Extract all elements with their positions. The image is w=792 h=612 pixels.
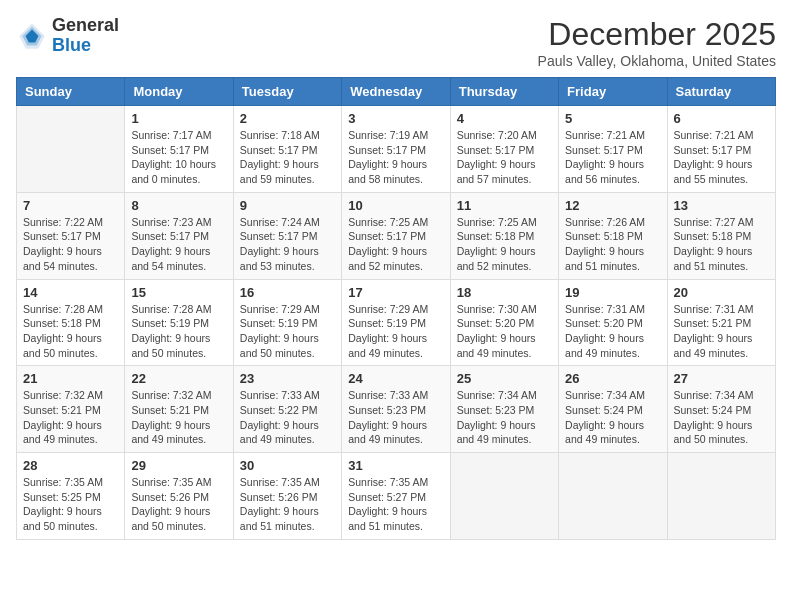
day-number: 8 <box>131 198 226 213</box>
calendar-cell: 25Sunrise: 7:34 AM Sunset: 5:23 PM Dayli… <box>450 366 558 453</box>
calendar-cell: 20Sunrise: 7:31 AM Sunset: 5:21 PM Dayli… <box>667 279 775 366</box>
calendar-cell: 15Sunrise: 7:28 AM Sunset: 5:19 PM Dayli… <box>125 279 233 366</box>
day-info: Sunrise: 7:24 AM Sunset: 5:17 PM Dayligh… <box>240 215 335 274</box>
day-info: Sunrise: 7:34 AM Sunset: 5:23 PM Dayligh… <box>457 388 552 447</box>
day-info: Sunrise: 7:19 AM Sunset: 5:17 PM Dayligh… <box>348 128 443 187</box>
weekday-header: Friday <box>559 78 667 106</box>
calendar-cell: 29Sunrise: 7:35 AM Sunset: 5:26 PM Dayli… <box>125 453 233 540</box>
logo-icon <box>16 20 48 52</box>
calendar-cell: 17Sunrise: 7:29 AM Sunset: 5:19 PM Dayli… <box>342 279 450 366</box>
day-info: Sunrise: 7:34 AM Sunset: 5:24 PM Dayligh… <box>565 388 660 447</box>
day-number: 15 <box>131 285 226 300</box>
day-number: 30 <box>240 458 335 473</box>
day-info: Sunrise: 7:20 AM Sunset: 5:17 PM Dayligh… <box>457 128 552 187</box>
calendar-cell: 14Sunrise: 7:28 AM Sunset: 5:18 PM Dayli… <box>17 279 125 366</box>
day-info: Sunrise: 7:31 AM Sunset: 5:20 PM Dayligh… <box>565 302 660 361</box>
calendar-cell <box>450 453 558 540</box>
day-number: 1 <box>131 111 226 126</box>
day-number: 5 <box>565 111 660 126</box>
calendar-week-row: 1Sunrise: 7:17 AM Sunset: 5:17 PM Daylig… <box>17 106 776 193</box>
day-number: 10 <box>348 198 443 213</box>
calendar-week-row: 7Sunrise: 7:22 AM Sunset: 5:17 PM Daylig… <box>17 192 776 279</box>
day-info: Sunrise: 7:28 AM Sunset: 5:19 PM Dayligh… <box>131 302 226 361</box>
calendar-cell: 7Sunrise: 7:22 AM Sunset: 5:17 PM Daylig… <box>17 192 125 279</box>
day-info: Sunrise: 7:35 AM Sunset: 5:27 PM Dayligh… <box>348 475 443 534</box>
day-number: 2 <box>240 111 335 126</box>
day-info: Sunrise: 7:21 AM Sunset: 5:17 PM Dayligh… <box>565 128 660 187</box>
calendar-cell: 23Sunrise: 7:33 AM Sunset: 5:22 PM Dayli… <box>233 366 341 453</box>
day-number: 21 <box>23 371 118 386</box>
day-info: Sunrise: 7:27 AM Sunset: 5:18 PM Dayligh… <box>674 215 769 274</box>
calendar-week-row: 14Sunrise: 7:28 AM Sunset: 5:18 PM Dayli… <box>17 279 776 366</box>
day-info: Sunrise: 7:23 AM Sunset: 5:17 PM Dayligh… <box>131 215 226 274</box>
day-number: 29 <box>131 458 226 473</box>
day-number: 19 <box>565 285 660 300</box>
day-number: 13 <box>674 198 769 213</box>
day-info: Sunrise: 7:25 AM Sunset: 5:17 PM Dayligh… <box>348 215 443 274</box>
calendar-cell: 2Sunrise: 7:18 AM Sunset: 5:17 PM Daylig… <box>233 106 341 193</box>
calendar-cell: 12Sunrise: 7:26 AM Sunset: 5:18 PM Dayli… <box>559 192 667 279</box>
day-info: Sunrise: 7:17 AM Sunset: 5:17 PM Dayligh… <box>131 128 226 187</box>
day-number: 6 <box>674 111 769 126</box>
calendar-week-row: 28Sunrise: 7:35 AM Sunset: 5:25 PM Dayli… <box>17 453 776 540</box>
calendar-cell: 3Sunrise: 7:19 AM Sunset: 5:17 PM Daylig… <box>342 106 450 193</box>
weekday-header: Wednesday <box>342 78 450 106</box>
day-number: 31 <box>348 458 443 473</box>
day-number: 3 <box>348 111 443 126</box>
logo-text: General Blue <box>52 16 119 56</box>
calendar-cell: 1Sunrise: 7:17 AM Sunset: 5:17 PM Daylig… <box>125 106 233 193</box>
month-title: December 2025 <box>538 16 776 53</box>
day-info: Sunrise: 7:32 AM Sunset: 5:21 PM Dayligh… <box>23 388 118 447</box>
weekday-header-row: SundayMondayTuesdayWednesdayThursdayFrid… <box>17 78 776 106</box>
calendar-cell: 22Sunrise: 7:32 AM Sunset: 5:21 PM Dayli… <box>125 366 233 453</box>
day-info: Sunrise: 7:18 AM Sunset: 5:17 PM Dayligh… <box>240 128 335 187</box>
day-number: 11 <box>457 198 552 213</box>
calendar-table: SundayMondayTuesdayWednesdayThursdayFrid… <box>16 77 776 540</box>
title-block: December 2025 Pauls Valley, Oklahoma, Un… <box>538 16 776 69</box>
day-info: Sunrise: 7:33 AM Sunset: 5:23 PM Dayligh… <box>348 388 443 447</box>
day-number: 28 <box>23 458 118 473</box>
day-info: Sunrise: 7:35 AM Sunset: 5:26 PM Dayligh… <box>240 475 335 534</box>
day-info: Sunrise: 7:26 AM Sunset: 5:18 PM Dayligh… <box>565 215 660 274</box>
calendar-cell: 5Sunrise: 7:21 AM Sunset: 5:17 PM Daylig… <box>559 106 667 193</box>
calendar-week-row: 21Sunrise: 7:32 AM Sunset: 5:21 PM Dayli… <box>17 366 776 453</box>
calendar-cell: 9Sunrise: 7:24 AM Sunset: 5:17 PM Daylig… <box>233 192 341 279</box>
day-number: 14 <box>23 285 118 300</box>
weekday-header: Thursday <box>450 78 558 106</box>
calendar-cell: 11Sunrise: 7:25 AM Sunset: 5:18 PM Dayli… <box>450 192 558 279</box>
day-info: Sunrise: 7:29 AM Sunset: 5:19 PM Dayligh… <box>348 302 443 361</box>
calendar-cell: 26Sunrise: 7:34 AM Sunset: 5:24 PM Dayli… <box>559 366 667 453</box>
calendar-cell <box>17 106 125 193</box>
day-info: Sunrise: 7:31 AM Sunset: 5:21 PM Dayligh… <box>674 302 769 361</box>
day-info: Sunrise: 7:33 AM Sunset: 5:22 PM Dayligh… <box>240 388 335 447</box>
day-info: Sunrise: 7:28 AM Sunset: 5:18 PM Dayligh… <box>23 302 118 361</box>
page-header: General Blue December 2025 Pauls Valley,… <box>16 16 776 69</box>
calendar-cell: 4Sunrise: 7:20 AM Sunset: 5:17 PM Daylig… <box>450 106 558 193</box>
calendar-cell: 13Sunrise: 7:27 AM Sunset: 5:18 PM Dayli… <box>667 192 775 279</box>
day-info: Sunrise: 7:29 AM Sunset: 5:19 PM Dayligh… <box>240 302 335 361</box>
calendar-cell <box>667 453 775 540</box>
day-number: 24 <box>348 371 443 386</box>
calendar-cell: 18Sunrise: 7:30 AM Sunset: 5:20 PM Dayli… <box>450 279 558 366</box>
calendar-cell: 28Sunrise: 7:35 AM Sunset: 5:25 PM Dayli… <box>17 453 125 540</box>
calendar-cell: 6Sunrise: 7:21 AM Sunset: 5:17 PM Daylig… <box>667 106 775 193</box>
weekday-header: Tuesday <box>233 78 341 106</box>
weekday-header: Monday <box>125 78 233 106</box>
calendar-cell <box>559 453 667 540</box>
day-number: 22 <box>131 371 226 386</box>
calendar-cell: 21Sunrise: 7:32 AM Sunset: 5:21 PM Dayli… <box>17 366 125 453</box>
day-info: Sunrise: 7:21 AM Sunset: 5:17 PM Dayligh… <box>674 128 769 187</box>
day-number: 25 <box>457 371 552 386</box>
day-info: Sunrise: 7:34 AM Sunset: 5:24 PM Dayligh… <box>674 388 769 447</box>
weekday-header: Sunday <box>17 78 125 106</box>
calendar-cell: 27Sunrise: 7:34 AM Sunset: 5:24 PM Dayli… <box>667 366 775 453</box>
calendar-cell: 31Sunrise: 7:35 AM Sunset: 5:27 PM Dayli… <box>342 453 450 540</box>
day-info: Sunrise: 7:35 AM Sunset: 5:26 PM Dayligh… <box>131 475 226 534</box>
calendar-cell: 24Sunrise: 7:33 AM Sunset: 5:23 PM Dayli… <box>342 366 450 453</box>
logo: General Blue <box>16 16 119 56</box>
weekday-header: Saturday <box>667 78 775 106</box>
day-number: 17 <box>348 285 443 300</box>
day-number: 12 <box>565 198 660 213</box>
day-info: Sunrise: 7:25 AM Sunset: 5:18 PM Dayligh… <box>457 215 552 274</box>
day-info: Sunrise: 7:35 AM Sunset: 5:25 PM Dayligh… <box>23 475 118 534</box>
